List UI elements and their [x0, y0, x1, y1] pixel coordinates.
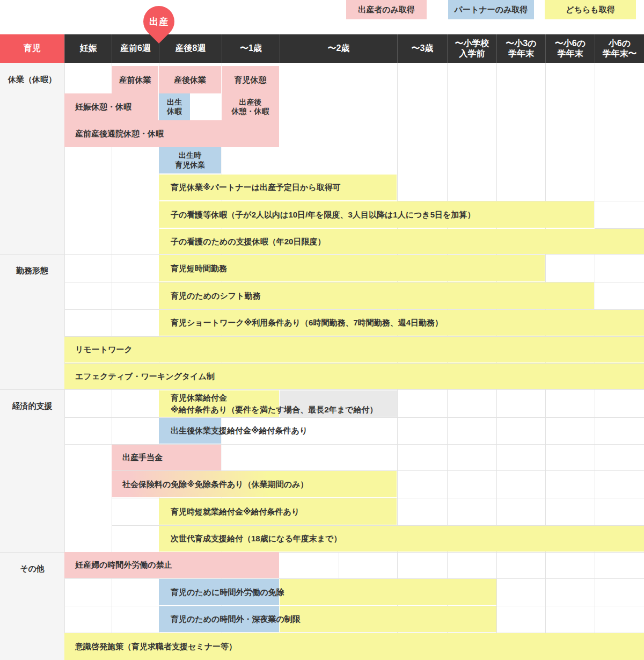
header-cell-label: 小6の 学年末〜 [603, 39, 637, 59]
timeline-bar: 出生 休暇 [159, 93, 190, 120]
section-label-text: 勤務形態 [0, 266, 64, 276]
timeline-bar: 次世代育成支援給付（18歳になる年度末まで） [159, 526, 644, 552]
header-cell-label: 〜3歳 [412, 43, 434, 53]
bar-overflow-line: 出生後休業支援給付金※給付条件あり [171, 425, 308, 437]
bar-label: 育児休業※パートナーは出産予定日から取得可 [171, 182, 341, 193]
bar-label: 子の看護等休暇（子が2人以内は10日/年を限度、3人目以降は1人につき5日を加算… [171, 209, 475, 220]
timeline-bar: 育児ショートワーク※利用条件あり（6時間勤務、7時間勤務、週4日勤務） [159, 310, 644, 336]
header-cell-label: 妊娠 [80, 43, 97, 53]
bar-overflow-line: 育児のために時間外労働の免除 [171, 586, 284, 598]
bar-label: 育児ショートワーク※利用条件あり（6時間勤務、7時間勤務、週4日勤務） [171, 317, 443, 328]
bar-overflow-label: 育児休業給付金※給付条件あり（要件を満たす場合、最長2年まで給付） [171, 390, 377, 417]
bar-overflow-label: 育児のための時間外・深夜業の制限 [171, 606, 301, 632]
timeline-bar [280, 579, 496, 605]
header-cell-label: 〜1歳 [240, 43, 262, 53]
legend-item-label: 出産者のみ取得 [358, 5, 415, 15]
header-cell-3: 産後8週 [159, 34, 222, 63]
header-cell-4: 〜1歳 [222, 34, 280, 63]
bar-overflow-line: ※給付条件あり（要件を満たす場合、最長2年まで給付） [171, 404, 377, 416]
bar-label: 産前産後通院休憩・休暇 [75, 128, 164, 139]
header-cell-label: 育児 [24, 43, 41, 53]
header-cell-0: 育児 [0, 34, 64, 63]
bar-overflow-label: 育児のために時間外労働の免除 [171, 579, 284, 605]
header-cell-10: 小6の 学年末〜 [595, 34, 644, 63]
bar-overflow-line: 育児のための時間外・深夜業の制限 [171, 613, 301, 625]
header-cell-9: 〜小6の 学年末 [545, 34, 595, 63]
bar-overflow-line: 育児休業給付金 [171, 392, 377, 404]
bar-label: 妊娠休憩・休暇 [75, 101, 131, 112]
timeline-bar: 出産手当金 [112, 445, 221, 470]
grid-hline [0, 389, 644, 390]
bar-label: 意識啓発施策（育児求職者支援セミナー等） [75, 641, 237, 652]
timeline-bar: 出産後 休憩・休暇 [222, 93, 279, 120]
header-cell-1: 妊娠 [64, 34, 112, 63]
timeline-bar: 育児短時間勤務 [159, 255, 545, 281]
header-cell-5: 〜2歳 [280, 34, 397, 63]
timeline-bar: 妊娠休憩・休暇 [64, 93, 158, 120]
bar-label: 育児のためのシフト勤務 [171, 291, 260, 301]
timeline-bar: 産後休業 [159, 66, 221, 93]
childcare-leave-timeline-chart: 出産者のみ取得パートナーのみ取得どちらも取得 休業（休暇）勤務形態経済的支援その… [0, 0, 644, 660]
bar-label: 産前休業 [119, 75, 151, 85]
legend-item-blue: パートナーのみ取得 [448, 0, 534, 19]
bar-label: 出生 休暇 [167, 98, 182, 117]
legend-item-label: パートナーのみ取得 [455, 5, 528, 15]
grid-hline [64, 417, 644, 418]
header-cell-label: 〜2歳 [328, 43, 350, 53]
header-cell-8: 〜小3の 学年末 [496, 34, 545, 63]
timeline-bar: 育児のためのシフト勤務 [159, 282, 594, 309]
grid-vline [339, 552, 339, 578]
timeline-bar: 産前休業 [112, 66, 158, 93]
section-label-text: その他 [0, 564, 64, 574]
section-label-text: 休業（休暇） [0, 75, 64, 85]
header-cell-7: 〜小学校 入学前 [447, 34, 496, 63]
bar-label: 妊産婦の時間外労働の禁止 [75, 560, 172, 570]
legend-item-pink: 出産者のみ取得 [346, 0, 427, 19]
header-cell-label: 〜小学校 入学前 [455, 39, 489, 59]
bar-label: 育児短時間勤務 [171, 263, 227, 274]
section-label-text: 経済的支援 [0, 401, 64, 411]
timeline-bar: 社会保険料の免除※免除条件あり（休業期間のみ） [112, 471, 397, 497]
bar-label: 産後休業 [174, 75, 206, 85]
timeline-bar: 子の看護のための支援休暇（年20日限度） [159, 229, 644, 254]
timeline-bar: 産前産後通院休憩・休暇 [64, 120, 279, 147]
timeline-bar [280, 606, 496, 632]
bar-label: 次世代育成支援給付（18歳になる年度末まで） [171, 533, 341, 544]
birth-marker-label: 出産 [149, 16, 169, 28]
bar-label: 出生時 育児休業 [175, 151, 205, 170]
legend-item-yellow: どちらも取得 [545, 0, 636, 19]
section-label-0: 休業（休暇） [0, 63, 64, 254]
bar-label: 育児時短就業給付金※給付条件あり [171, 506, 299, 517]
timeline-bar: 子の看護等休暇（子が2人以内は10日/年を限度、3人目以降は1人につき5日を加算… [159, 201, 594, 228]
timeline-bar: エフェクティブ・ワーキングタイム制 [64, 364, 644, 389]
timeline-bar: 育児休憩 [222, 66, 279, 93]
bar-label: 出産手当金 [122, 452, 163, 463]
bar-label: エフェクティブ・ワーキングタイム制 [75, 371, 215, 382]
bar-label: 出産後 休憩・休暇 [232, 98, 269, 117]
header-cell-label: 〜小3の 学年末 [506, 39, 536, 59]
timeline-bar: 妊産婦の時間外労働の禁止 [64, 552, 279, 578]
header-cell-label: 産後8週 [175, 43, 206, 53]
section-label-2: 経済的支援 [0, 389, 64, 552]
bar-label: 育児休憩 [235, 75, 267, 85]
timeline-bar: 意識啓発施策（育児求職者支援セミナー等） [64, 633, 644, 660]
section-label-3: その他 [0, 552, 64, 660]
grid-hline [0, 254, 644, 255]
bar-label: 子の看護のための支援休暇（年20日限度） [171, 236, 325, 247]
header-cell-2: 産前6週 [112, 34, 159, 63]
header-cell-label: 産前6週 [120, 43, 151, 53]
timeline-bar: 出生時 育児休業 [159, 147, 221, 173]
header-cell-label: 〜小6の 学年末 [555, 39, 586, 59]
bar-label: リモートワーク [75, 344, 133, 355]
timeline-bar: 育児時短就業給付金※給付条件あり [159, 498, 397, 525]
bar-overflow-label: 出生後休業支援給付金※給付条件あり [171, 418, 308, 444]
bar-label: 社会保険料の免除※免除条件あり（休業期間のみ） [122, 479, 308, 490]
timeline-bar: リモートワーク [64, 337, 644, 362]
header-cell-6: 〜3歳 [397, 34, 447, 63]
section-label-1: 勤務形態 [0, 254, 64, 389]
timeline-bar: 育児休業※パートナーは出産予定日から取得可 [159, 175, 397, 200]
legend-item-label: どちらも取得 [566, 5, 614, 15]
